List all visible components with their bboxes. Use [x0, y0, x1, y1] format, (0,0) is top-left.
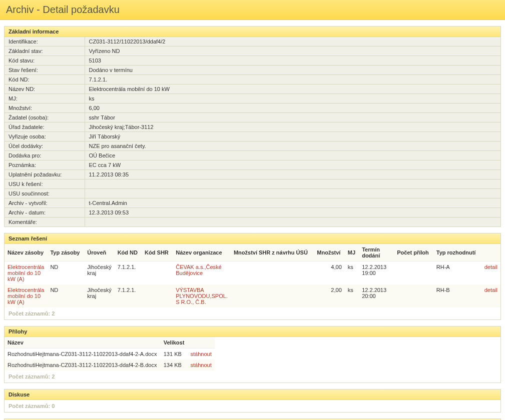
basic-info-label: Základní stav: — [5, 46, 85, 56]
basic-info-label: USU k řešení: — [5, 180, 85, 189]
basic-info-value: ks — [85, 94, 500, 104]
basic-info-label: Stav řešení: — [5, 66, 85, 75]
basic-info-value: Elektrocentrála mobilní do 10 kW — [85, 84, 500, 94]
basic-info-value: CZ031-3112/11022013/ddaf4/2 — [85, 37, 500, 46]
basic-info-value: 5103 — [85, 56, 500, 66]
basic-info-row: Kód stavu:5103 — [5, 56, 500, 66]
basic-info-value: OÚ Bečice — [85, 151, 500, 160]
solutions-column-header[interactable]: Množství — [314, 244, 344, 262]
solutions-column-header[interactable]: Počet příloh — [394, 244, 433, 262]
basic-info-value: 12.3.2013 09:53 — [85, 208, 500, 218]
basic-info-value — [85, 218, 500, 227]
basic-info-row: Uplatnění požadavku:11.2.2013 08:35 — [5, 170, 500, 180]
basic-info-label: MJ: — [5, 94, 85, 104]
attachment-name: RozhodnutiHejtmana-CZ031-3112-11022013-d… — [5, 360, 161, 370]
solutions-column-header[interactable]: Termín dodání — [359, 244, 394, 262]
basic-info-label: Úřad žadatele: — [5, 122, 85, 132]
basic-info-label: Vyřizuje osoba: — [5, 132, 85, 142]
basic-info-row: Kód ND:7.1.2.1. — [5, 75, 500, 84]
basic-info-row: Identifikace:CZ031-3112/11022013/ddaf4/2 — [5, 37, 500, 46]
attachments-column-header[interactable]: Velikost — [161, 337, 188, 348]
basic-info-label: Kód ND: — [5, 75, 85, 84]
attachment-name: RozhodnutiHejtmana-CZ031-3112-11022013-d… — [5, 348, 161, 360]
basic-info-table: Identifikace:CZ031-3112/11022013/ddaf4/2… — [5, 37, 500, 226]
basic-info-value: Jihočeský kraj;Tábor-3112 — [85, 122, 500, 132]
download-link[interactable]: stáhnout — [191, 362, 212, 368]
basic-info-row: Poznámka:EC cca 7 kW — [5, 160, 500, 170]
discussion-count: Počet záznamů: 0 — [5, 400, 500, 412]
basic-info-row: MJ:ks — [5, 94, 500, 104]
attachments-column-header[interactable] — [188, 337, 215, 348]
solutions-column-header[interactable]: Název zásoby — [5, 244, 47, 262]
basic-info-label: Kód stavu: — [5, 56, 85, 66]
basic-info-row: Komentáře: — [5, 218, 500, 227]
unit: ks — [345, 262, 359, 285]
attachments-table: NázevVelikost RozhodnutiHejtmana-CZ031-3… — [5, 337, 215, 370]
solutions-count: Počet záznamů: 2 — [5, 308, 500, 320]
org-link[interactable]: ČEVAK a.s.,České Budějovice — [176, 264, 222, 276]
section-header-basic: Základní informace — [5, 26, 500, 37]
basic-info-label: Žadatel (osoba): — [5, 113, 85, 122]
basic-info-value: Vyřízeno ND — [85, 46, 500, 56]
solutions-column-header[interactable]: Kód ND — [115, 244, 142, 262]
solutions-column-header[interactable]: MJ — [345, 244, 359, 262]
basic-info-row: Úřad žadatele:Jihočeský kraj;Tábor-3112 — [5, 122, 500, 132]
basic-info-row: Účel dodávky:NZE pro asanační čety. — [5, 142, 500, 151]
solutions-column-header[interactable]: Typ zásoby — [47, 244, 84, 262]
basic-info-row: Množství:6,00 — [5, 104, 500, 113]
solutions-table: Název zásobyTyp zásobyÚroveňKód NDKód SH… — [5, 244, 500, 308]
solutions-column-header[interactable]: Název organizace — [173, 244, 231, 262]
detail-link[interactable]: detail — [484, 264, 497, 270]
basic-info-label: USU součinnost: — [5, 189, 85, 198]
detail-link[interactable]: detail — [484, 287, 497, 293]
solutions-column-header[interactable]: Množství SHR z návrhu ÚSÚ — [231, 244, 314, 262]
solutions-row: Elektrocentrála mobilní do 10 kW (A)NDJi… — [5, 262, 500, 285]
solutions-column-header[interactable]: Kód SHR — [142, 244, 173, 262]
stock-type: ND — [47, 262, 84, 285]
stock-name-link[interactable]: Elektrocentrála mobilní do 10 kW (A) — [8, 264, 44, 282]
basic-info-row: USU k řešení: — [5, 180, 500, 189]
section-attachments: Přílohy NázevVelikost RozhodnutiHejtmana… — [4, 326, 501, 383]
org-link[interactable]: VÝSTAVBA PLYNOVODU,SPOL. S R.O., Č.B. — [176, 287, 228, 305]
basic-info-value — [85, 189, 500, 198]
basic-info-label: Účel dodávky: — [5, 142, 85, 151]
delivery-date: 12.2.2013 20:00 — [359, 284, 394, 308]
solutions-column-header[interactable]: Úroveň — [84, 244, 114, 262]
decision-type: RH-A — [433, 262, 480, 285]
code-shr — [142, 262, 173, 285]
basic-info-label: Identifikace: — [5, 37, 85, 46]
basic-info-value: 11.2.2013 08:35 — [85, 170, 500, 180]
level: Jihočeský kraj — [84, 284, 114, 308]
basic-info-value: NZE pro asanační čety. — [85, 142, 500, 151]
page-title: Archiv - Detail požadavku — [0, 0, 505, 20]
basic-info-value: 7.1.2.1. — [85, 75, 500, 84]
attachment-row: RozhodnutiHejtmana-CZ031-3112-11022013-d… — [5, 348, 215, 360]
stock-type: ND — [47, 284, 84, 308]
solutions-column-header[interactable]: Typ rozhodnutí — [433, 244, 480, 262]
basic-info-label: Poznámka: — [5, 160, 85, 170]
section-header-solutions: Seznam řešení — [5, 234, 500, 244]
basic-info-label: Dodávka pro: — [5, 151, 85, 160]
attachments-column-header[interactable]: Název — [5, 337, 161, 348]
attach-count — [394, 284, 433, 308]
basic-info-label: Množství: — [5, 104, 85, 113]
attach-count — [394, 262, 433, 285]
code-shr — [142, 284, 173, 308]
basic-info-row: Archiv - datum:12.3.2013 09:53 — [5, 208, 500, 218]
level: Jihočeský kraj — [84, 262, 114, 285]
qty-shr — [231, 284, 314, 308]
section-header-discussion: Diskuse — [5, 390, 500, 400]
download-link[interactable]: stáhnout — [191, 351, 212, 357]
section-discussion: Diskuse Počet záznamů: 0 — [4, 389, 501, 412]
basic-info-label: Archiv - datum: — [5, 208, 85, 218]
attachment-row: RozhodnutiHejtmana-CZ031-3112-11022013-d… — [5, 360, 215, 370]
basic-info-value: EC cca 7 kW — [85, 160, 500, 170]
basic-info-value: 6,00 — [85, 104, 500, 113]
code-nd: 7.1.2.1. — [115, 284, 142, 308]
basic-info-row: Dodávka pro:OÚ Bečice — [5, 151, 500, 160]
basic-info-label: Název ND: — [5, 84, 85, 94]
stock-name-link[interactable]: Elektrocentrála mobilní do 10 kW (A) — [8, 287, 44, 305]
basic-info-label: Komentáře: — [5, 218, 85, 227]
solutions-column-header[interactable] — [480, 244, 500, 262]
basic-info-row: Název ND:Elektrocentrála mobilní do 10 k… — [5, 84, 500, 94]
